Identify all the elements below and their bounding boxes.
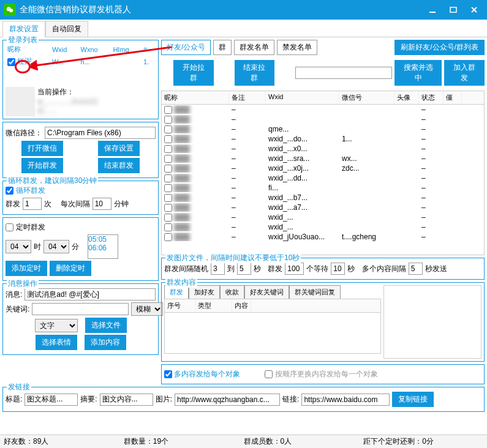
link-img-input[interactable] [175,394,280,406]
refresh-list-button[interactable]: 刷新好友/公众号/群列表 [395,40,485,55]
table-row[interactable]: ███–wxid_...x0j...zdc...– [162,163,484,173]
link-summary-input[interactable] [100,394,153,406]
select-emoji-button[interactable]: 选择表情 [36,335,77,350]
status-remain: 距下个定时还剩：0分 [363,436,483,447]
rand-from-input[interactable] [211,263,225,275]
current-op-label: 当前操作： [37,87,98,97]
msg-ops-panel: 消息操作 消息: 关键词:模糊 文字选择文件 选择表情添加内容 [2,283,159,355]
send-count-input[interactable] [23,198,42,210]
link-send-panel: 发链接 标题: 摘要: 图片: 链接: 复制链接 [2,387,485,412]
wait-input[interactable] [331,263,345,275]
schedule-hour-select[interactable]: 04 [6,240,31,253]
table-row[interactable]: ███–wxid_...b7...– [162,193,484,203]
table-row[interactable]: ███–wxid_...dd...– [162,173,484,183]
inner-tab-group-kw[interactable]: 群关键词回复 [289,285,341,299]
svg-rect-5 [450,7,456,12]
app-title: 全能微信营销协议群发机器人 [20,4,428,15]
table-row[interactable]: ███–wxid_...– [162,212,484,222]
preview-area [383,285,481,359]
search-select-button[interactable]: 搜索并选中 [395,60,442,86]
maximize-button[interactable] [449,6,458,14]
table-row[interactable]: ███–wxid_...sra...wx...– [162,154,484,163]
avatar [6,87,35,116]
open-wx-button[interactable]: 打开微信 [21,141,63,156]
annotation-arrow [31,46,178,70]
wx-path-input[interactable] [45,127,156,139]
table-row[interactable]: ███–wxid_jUou3uao...t....gcheng– [162,232,484,242]
tab-send-list[interactable]: 群发名单 [234,40,274,55]
svg-point-1 [9,9,13,12]
save-config-button[interactable]: 保存设置 [98,141,140,156]
end-pull-button[interactable]: 结束拉群 [235,60,275,86]
add-content-button[interactable]: 添加内容 [85,335,126,350]
tab-groups[interactable]: 群 [213,40,232,55]
annotation-circle [15,60,31,73]
img-send-panel: 发图片文件，间隔时间建议不要低于10秒 群发间隔随机 到 秒 群发 个等待 秒 … [161,258,485,280]
status-groups: 群数量：19个 [124,436,244,447]
table-row[interactable]: ███–– [162,114,484,124]
order-content-checkbox[interactable]: 按顺序更换内容发给每一个对象 [265,369,377,379]
table-row[interactable]: ███–fi...– [162,183,484,193]
tab-auto-reply[interactable]: 自动回复 [45,21,88,37]
status-members: 群成员数：0人 [244,436,364,447]
link-title-input[interactable] [25,394,78,406]
schedule-times-list[interactable]: 05:0506:06 [88,234,118,259]
table-row[interactable]: ███–wxid_...– [162,222,484,232]
minimize-button[interactable] [428,6,437,14]
friends-grid: 昵称 备注 Wxid 微信号 头像 状态 僵 ███–– ███–– ███–q… [161,91,485,255]
keyword-input[interactable] [32,303,129,315]
rand-to-input[interactable] [237,263,251,275]
link-url-input[interactable] [301,394,390,406]
svg-line-9 [36,47,172,65]
main-tabs: 群发设置 自动回复 [0,20,487,37]
add-schedule-button[interactable]: 添加定时 [6,261,47,276]
batch-count-input[interactable] [285,263,304,275]
copy-link-button[interactable]: 复制链接 [392,392,434,407]
table-row[interactable]: ███–– [162,105,484,114]
end-send-button[interactable]: 结束群发 [98,158,140,173]
svg-point-2 [8,9,9,9]
fuzzy-select[interactable]: 模糊 [131,302,163,316]
loop-send-panel: 循环群发，建议间隔30分钟 循环群发 群发次 每次间隔分钟 [2,181,159,215]
app-logo [4,4,16,16]
table-row[interactable]: ███–wxid_...a7...– [162,203,484,212]
start-pull-button[interactable]: 开始拉群 [173,60,214,86]
table-row[interactable]: ███–wxid_...x0...– [162,144,484,154]
schedule-panel: 定时群发 04时 04分 05:0506:06 添加定时删除定时 [2,217,159,281]
status-friends: 好友数：89人 [4,436,124,447]
send-content-panel: 群发内容 群发 加好友 收款 好友关键词 群关键词回复 序号类型内容 [161,282,485,362]
del-schedule-button[interactable]: 删除定时 [50,261,91,276]
tab-ban-list[interactable]: 禁发名单 [277,40,317,55]
table-row[interactable]: ███–wxid_...do...1...– [162,134,484,144]
schedule-min-select[interactable]: 04 [43,240,69,253]
content-type-select[interactable]: 文字 [35,319,78,332]
options-panel: 多内容发给每个对象 按顺序更换内容发给每一个对象 [161,364,485,384]
titlebar: 全能微信营销协议群发机器人 [0,0,487,20]
select-file-button[interactable]: 选择文件 [85,318,127,333]
schedule-checkbox[interactable] [6,223,13,231]
interval-input[interactable] [92,198,111,210]
search-input[interactable] [295,67,392,79]
wx-path-panel: 微信路径： 打开微信保存设置 开始群发结束群发 [2,122,159,178]
inner-tab-friend-kw[interactable]: 好友关键词 [244,285,289,299]
message-input[interactable] [25,288,156,301]
close-button[interactable] [470,6,478,14]
loop-send-checkbox[interactable] [6,187,13,195]
inner-tab-receive[interactable]: 收款 [220,285,244,299]
multi-content-checkbox[interactable]: 多内容发给每个对象 [164,369,240,379]
login-checkbox[interactable] [7,58,15,66]
statusbar: 好友数：89人 群数量：19个 群成员数：0人 距下个定时还剩：0分 [0,435,487,448]
svg-point-3 [9,9,10,9]
table-row[interactable]: ███–qme...– [162,124,484,134]
content-interval-input[interactable] [409,263,423,275]
add-to-send-button[interactable]: 加入群发 [444,60,485,86]
start-send-button[interactable]: 开始群发 [21,158,63,173]
